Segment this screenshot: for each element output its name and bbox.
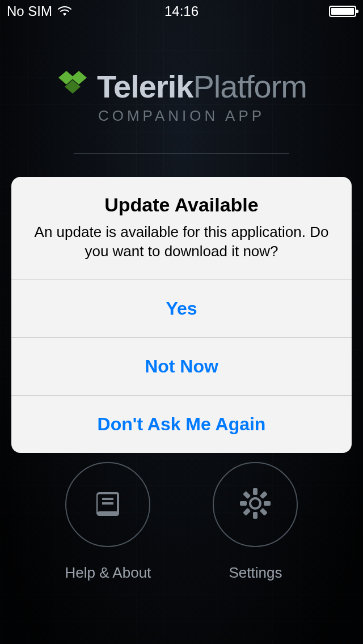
brand-name: TelerikPlatform bbox=[97, 68, 307, 105]
svg-rect-7 bbox=[243, 491, 251, 499]
gear-icon bbox=[238, 486, 273, 523]
svg-rect-4 bbox=[260, 491, 268, 499]
wifi-icon bbox=[58, 3, 71, 19]
alert-dont-ask-button[interactable]: Don't Ask Me Again bbox=[11, 395, 352, 453]
settings-label: Settings bbox=[229, 564, 282, 582]
alert-message: An update is available for this applicat… bbox=[28, 223, 335, 261]
svg-rect-5 bbox=[243, 508, 251, 516]
brand-name-light: Platform bbox=[193, 69, 307, 104]
divider bbox=[74, 153, 289, 154]
book-icon bbox=[91, 486, 125, 523]
svg-rect-1 bbox=[253, 512, 258, 519]
help-about-label: Help & About bbox=[65, 564, 151, 582]
status-bar: No SIM 14:16 bbox=[0, 0, 363, 23]
settings-button[interactable]: Settings bbox=[213, 462, 298, 582]
alert-title: Update Available bbox=[28, 194, 335, 216]
svg-rect-6 bbox=[260, 508, 268, 516]
svg-rect-0 bbox=[253, 488, 258, 495]
help-about-button[interactable]: Help & About bbox=[65, 462, 151, 582]
brand-name-bold: Telerik bbox=[97, 69, 193, 104]
app-logo-block: TelerikPlatform COMPANION APP bbox=[0, 68, 363, 154]
svg-rect-3 bbox=[240, 501, 247, 506]
alert-yes-button[interactable]: Yes bbox=[11, 279, 352, 337]
carrier-label: No SIM bbox=[7, 3, 52, 19]
update-alert: Update Available An update is available … bbox=[11, 177, 352, 453]
alert-not-now-button[interactable]: Not Now bbox=[11, 337, 352, 395]
svg-rect-2 bbox=[264, 501, 271, 506]
battery-icon bbox=[329, 6, 356, 17]
clock: 14:16 bbox=[164, 3, 199, 19]
brand-subtitle: COMPANION APP bbox=[0, 107, 363, 125]
telerik-logo-icon bbox=[56, 71, 89, 103]
